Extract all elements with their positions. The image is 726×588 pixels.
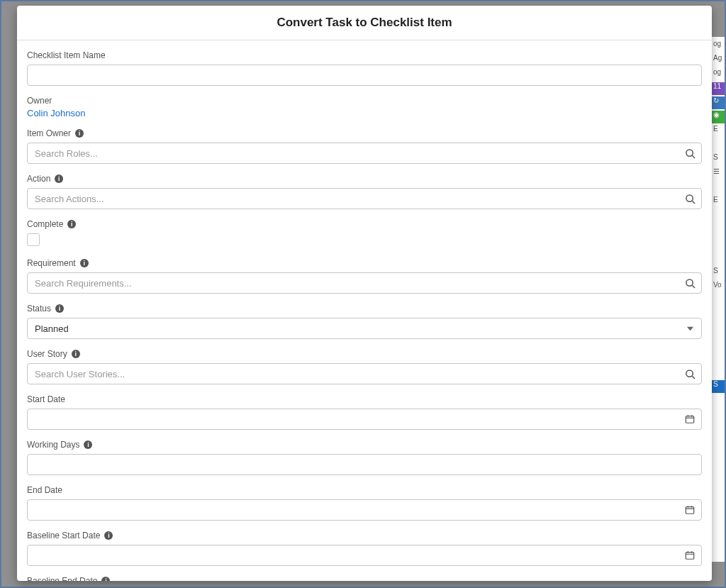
label-checklist-item-name: Checklist Item Name: [27, 50, 702, 60]
svg-point-4: [686, 279, 692, 285]
label-working-days: Working Days i: [27, 440, 702, 450]
label-baseline-end: Baseline End Date i: [27, 576, 702, 581]
svg-point-7: [686, 370, 692, 376]
info-icon[interactable]: i: [75, 129, 84, 138]
calendar-icon: [684, 504, 696, 516]
checklist-item-name-input[interactable]: [27, 65, 702, 86]
info-icon[interactable]: i: [80, 259, 89, 267]
modal-header: Convert Task to Checklist Item: [17, 6, 712, 40]
svg-point-2: [686, 194, 692, 201]
label-end-date: End Date: [27, 485, 702, 495]
background-sidebar-hints: ogAgog11↻◉ES☰ESVoS: [712, 37, 725, 562]
label-item-owner: Item Owner i: [27, 128, 702, 138]
info-icon[interactable]: i: [55, 174, 63, 183]
action-input[interactable]: [27, 188, 702, 209]
label-start-date: Start Date: [27, 394, 702, 404]
requirement-text[interactable]: [35, 278, 680, 289]
label-owner: Owner: [27, 96, 702, 106]
item-owner-input[interactable]: [27, 143, 702, 164]
modal-title: Convert Task to Checklist Item: [24, 16, 705, 30]
calendar-icon: [684, 414, 696, 425]
search-icon: [684, 277, 696, 289]
svg-rect-9: [686, 416, 693, 423]
convert-task-modal: Convert Task to Checklist Item Checklist…: [17, 6, 712, 581]
field-start-date: Start Date: [27, 394, 702, 430]
item-owner-text[interactable]: [35, 148, 680, 159]
svg-line-1: [692, 155, 695, 158]
field-working-days: Working Days i: [27, 440, 702, 475]
label-user-story: User Story i: [27, 349, 702, 359]
svg-rect-13: [686, 507, 693, 514]
field-end-date: End Date: [27, 485, 702, 521]
end-date-input[interactable]: [27, 499, 702, 521]
modal-body: Checklist Item Name Owner Colin Johnson …: [17, 40, 712, 581]
requirement-input[interactable]: [27, 272, 702, 294]
start-date-input[interactable]: [27, 409, 702, 430]
caret-down-icon: [684, 323, 696, 334]
baseline-start-input[interactable]: [27, 545, 702, 566]
field-owner: Owner Colin Johnson: [27, 96, 702, 118]
label-complete: Complete i: [27, 219, 702, 229]
info-icon[interactable]: i: [67, 220, 76, 228]
field-status: Status i Planned: [27, 304, 702, 339]
field-baseline-end: Baseline End Date i: [27, 576, 702, 581]
field-requirement: Requirement i: [27, 258, 702, 294]
field-complete: Complete i: [27, 219, 702, 248]
complete-checkbox[interactable]: [27, 233, 40, 246]
svg-marker-6: [686, 326, 693, 331]
svg-point-0: [686, 149, 692, 155]
field-item-owner: Item Owner i: [27, 128, 702, 164]
user-story-input[interactable]: [27, 363, 702, 384]
label-status: Status i: [27, 304, 702, 314]
search-icon: [684, 193, 696, 204]
field-checklist-item-name: Checklist Item Name: [27, 50, 702, 86]
owner-link[interactable]: Colin Johnson: [27, 108, 85, 118]
search-icon: [684, 368, 696, 379]
search-icon: [684, 148, 696, 159]
info-icon[interactable]: i: [55, 304, 64, 313]
svg-line-8: [692, 376, 695, 379]
action-text[interactable]: [35, 194, 680, 204]
info-icon[interactable]: i: [84, 440, 92, 449]
field-user-story: User Story i: [27, 349, 702, 384]
info-icon[interactable]: i: [101, 577, 110, 581]
info-icon[interactable]: i: [72, 350, 80, 358]
user-story-text[interactable]: [35, 369, 680, 379]
field-action: Action i: [27, 174, 702, 209]
field-baseline-start: Baseline Start Date i: [27, 531, 702, 566]
label-requirement: Requirement i: [27, 258, 702, 268]
svg-line-3: [692, 201, 695, 204]
calendar-icon: [684, 550, 696, 561]
status-value: Planned: [35, 323, 680, 334]
working-days-input[interactable]: [27, 454, 702, 475]
svg-line-5: [692, 285, 695, 288]
label-baseline-start: Baseline Start Date i: [27, 531, 702, 540]
info-icon[interactable]: i: [104, 531, 113, 540]
label-action: Action i: [27, 174, 702, 184]
status-select[interactable]: Planned: [27, 318, 702, 339]
svg-rect-17: [686, 553, 693, 560]
